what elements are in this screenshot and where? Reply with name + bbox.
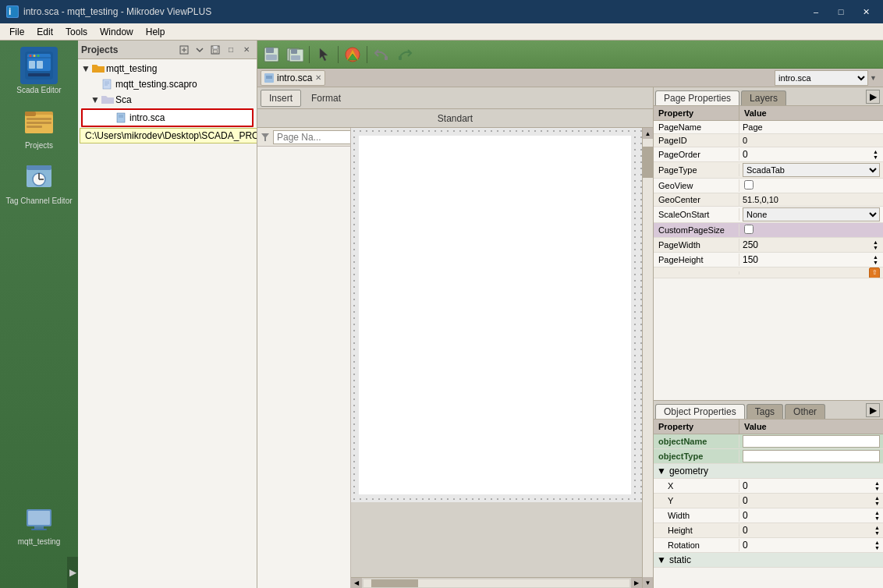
save-button[interactable] (261, 44, 282, 66)
close-button[interactable]: ✕ (855, 5, 877, 19)
right-panel: Page Properties Layers ▶ Property Value (653, 87, 883, 588)
cursor-tool-button[interactable] (313, 44, 335, 66)
panel-detach-button[interactable]: □ (224, 43, 238, 57)
scrollbar-thumb[interactable] (371, 579, 418, 587)
scrollbar-right-btn[interactable]: ▶ (631, 578, 642, 589)
pageheight-down[interactable]: ▼ (873, 260, 878, 265)
pagewidth-down[interactable]: ▼ (873, 245, 878, 250)
menu-file[interactable]: File (3, 25, 30, 39)
canvas-white-area[interactable] (359, 136, 631, 494)
scrollbar-down-btn[interactable]: ▼ (643, 577, 654, 588)
height-down[interactable]: ▼ (874, 530, 880, 536)
panel-save-button[interactable] (208, 43, 222, 57)
obj-prop-row-rotation: Rotation 0 ▲ ▼ (654, 538, 883, 553)
tree-item-mqtt-testing[interactable]: ▼ mqtt_testing (80, 61, 255, 76)
panel-new-button[interactable] (177, 43, 191, 57)
sidebar-expand-button[interactable]: ▶ (67, 557, 78, 588)
insert-tab[interactable]: Insert (261, 90, 301, 107)
redo-button[interactable] (394, 44, 416, 66)
obj-prop-row-y: Y 0 ▲ ▼ (654, 494, 883, 508)
svg-rect-23 (28, 511, 50, 525)
projects-label: Projects (25, 141, 53, 150)
object-properties-tab[interactable]: Object Properties (655, 404, 745, 419)
pagewidth-up[interactable]: ▲ (873, 239, 878, 245)
prop-row-custompagesize: CustomPageSize (654, 223, 883, 238)
rotation-down[interactable]: ▼ (874, 545, 880, 551)
tags-tab[interactable]: Tags (746, 404, 783, 419)
scrollbar-v-track[interactable] (643, 139, 654, 577)
scrollbar-up-btn[interactable]: ▲ (643, 128, 654, 139)
layers-tab[interactable]: Layers (741, 90, 786, 105)
geometry-expand[interactable]: ▼ (657, 466, 666, 476)
height-up[interactable]: ▲ (874, 525, 880, 530)
insert-format-bar: Insert Format (257, 87, 653, 109)
tab-file-selector[interactable]: intro.sca (775, 70, 868, 86)
format-tab[interactable]: Format (303, 90, 349, 107)
width-up[interactable]: ▲ (874, 510, 880, 515)
x-up[interactable]: ▲ (874, 480, 880, 486)
scaleonstart-select[interactable]: None (743, 207, 880, 221)
pageorder-down[interactable]: ▼ (873, 154, 878, 160)
width-down[interactable]: ▼ (874, 515, 880, 521)
page-properties-tab[interactable]: Page Properties (655, 90, 739, 105)
undo-button[interactable] (371, 44, 392, 66)
save-all-button[interactable] (284, 44, 306, 66)
editor-tab-close[interactable]: ✕ (315, 73, 321, 82)
rotation-up[interactable]: ▲ (874, 540, 880, 545)
maximize-button[interactable]: □ (830, 5, 852, 19)
objectname-input[interactable] (743, 435, 880, 448)
menu-edit[interactable]: Edit (30, 25, 59, 39)
scada-editor-icon (20, 47, 58, 84)
svg-rect-44 (291, 55, 300, 60)
main-toolbar (257, 41, 883, 69)
custompagesize-checkbox[interactable] (744, 225, 754, 234)
minimize-button[interactable]: – (805, 5, 827, 19)
panel-close-button[interactable]: ✕ (239, 43, 254, 57)
obj-prop-row-x: X 0 ▲ ▼ (654, 479, 883, 494)
pageheight-up[interactable]: ▲ (873, 254, 878, 260)
sidebar-item-tag-channel-editor[interactable]: Tag Channel Editor (4, 154, 74, 208)
x-down[interactable]: ▼ (874, 486, 880, 491)
tree-item-sca[interactable]: ▼ Sca (80, 92, 255, 108)
menu-tools[interactable]: Tools (59, 25, 94, 39)
scrollbar-left-btn[interactable]: ◀ (351, 578, 362, 589)
projects-icon (20, 102, 58, 140)
panel-open-button[interactable] (193, 43, 207, 57)
tree-item-intro-sca[interactable]: ► intro.sca (81, 108, 254, 127)
objecttype-input[interactable] (743, 450, 880, 462)
tag-channel-editor-label: Tag Channel Editor (5, 197, 72, 205)
static-expand[interactable]: ▼ (657, 554, 666, 565)
scrollbar-v-thumb[interactable] (643, 147, 654, 178)
tree-item-scapro[interactable]: ► mqtt_testing.scapro (80, 76, 255, 92)
sidebar-item-scada-editor[interactable]: Scada Editor (4, 44, 74, 97)
y-down[interactable]: ▼ (874, 501, 880, 506)
tree-expand-sca[interactable]: ▼ (90, 95, 100, 104)
svg-rect-14 (27, 118, 51, 120)
menu-help[interactable]: Help (140, 25, 172, 39)
y-up[interactable]: ▲ (874, 495, 880, 501)
app-icon: i (6, 5, 19, 18)
obj-prop-header: Property Value (654, 420, 883, 434)
sidebar-item-bottom-project[interactable]: mqtt_testing (4, 497, 74, 549)
prop-row-pageheight: PageHeight 150 ▲ ▼ (654, 253, 883, 267)
pageorder-up[interactable]: ▲ (873, 149, 878, 154)
scrollbar-track[interactable] (363, 579, 629, 587)
sidebar-item-projects[interactable]: Projects (4, 99, 74, 153)
pagetype-select[interactable]: ScadaTab (743, 163, 880, 177)
title-bar: i intro.sca - mqtt_testing - Mikrodev Vi… (0, 0, 883, 23)
geoview-checkbox[interactable] (744, 180, 754, 190)
menu-window[interactable]: Window (94, 25, 140, 39)
prop-action-button[interactable]: ⇧ (869, 267, 880, 278)
filter-input[interactable] (273, 130, 351, 144)
tree-expand-mqtt-testing[interactable]: ▼ (81, 64, 90, 73)
prop-row-pagetype: PageType ScadaTab (654, 162, 883, 179)
other-tab[interactable]: Other (785, 404, 825, 419)
toolbar-sep-3 (367, 46, 367, 63)
svg-rect-49 (385, 56, 388, 60)
add-image-button[interactable] (342, 44, 363, 66)
object-properties-scroll: objectName objectType (654, 434, 883, 588)
obj-panel-scroll[interactable]: ▶ (866, 403, 880, 417)
tree-label-mqtt-testing: mqtt_testing (106, 63, 157, 74)
panel-scroll-right[interactable]: ▶ (866, 90, 880, 104)
canvas-scrollbar-horizontal: ◀ ▶ (351, 577, 642, 588)
